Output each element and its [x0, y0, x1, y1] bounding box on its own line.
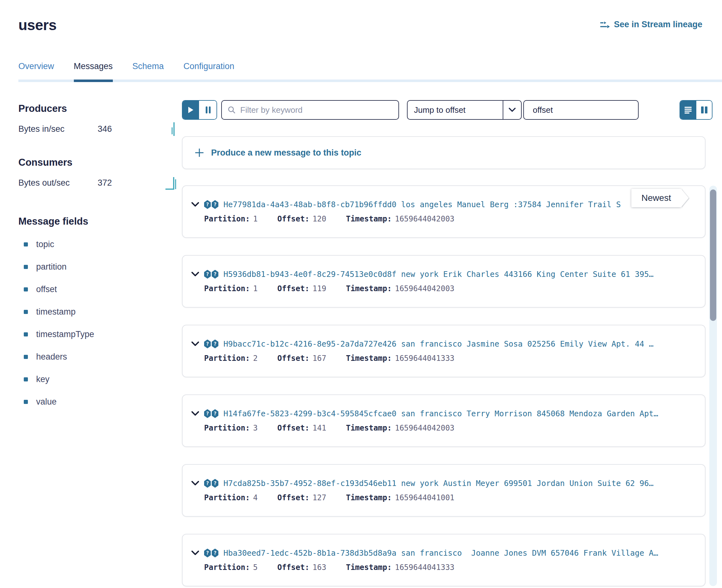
offset-value: 120: [312, 214, 326, 223]
expand-chevron-icon[interactable]: [191, 481, 199, 486]
partition-value: 3: [253, 424, 258, 433]
message-row[interactable]: ? ? H14fa67fe-5823-4299-b3c4-595845cfcae…: [182, 395, 705, 447]
timestamp-value: 1659644042003: [395, 284, 454, 293]
stream-lineage-link[interactable]: See in Stream lineage: [600, 20, 702, 29]
bytes-in-value: 346: [98, 124, 112, 134]
expand-chevron-icon[interactable]: [191, 272, 199, 277]
stream-lineage-icon: [600, 21, 610, 29]
bytes-out-sparkline: [165, 175, 178, 190]
offset-search-input[interactable]: [533, 105, 639, 115]
stream-lineage-label: See in Stream lineage: [614, 20, 702, 29]
offset-value: 163: [312, 563, 326, 572]
partition-value: 5: [253, 563, 258, 572]
message-meta: Partition:1 Offset:120 Timestamp:1659644…: [191, 214, 697, 223]
field-item-partition[interactable]: partition: [18, 256, 182, 278]
produce-message-label: Produce a new message to this topic: [211, 148, 361, 158]
key-type-badges: ? ?: [204, 200, 219, 209]
bytes-out-metric: Bytes out/sec 372: [18, 175, 182, 190]
tab-overview[interactable]: Overview: [18, 61, 54, 80]
message-key-value: H7cda825b-35b7-4952-88ef-c193d546eb11 ne…: [224, 479, 654, 488]
bytes-out-value: 372: [98, 178, 112, 188]
field-bullet-icon: [24, 243, 28, 247]
list-view-button[interactable]: [680, 101, 696, 119]
message-row[interactable]: ? ? Hba30eed7-1edc-452b-8b1a-738d3b5d8a9…: [182, 534, 705, 586]
timestamp-value: 1659644042003: [395, 214, 454, 223]
key-badge-icon: ?: [212, 479, 219, 488]
consumers-heading: Consumers: [18, 156, 182, 169]
field-bullet-icon: [24, 265, 28, 269]
bytes-in-label: Bytes in/sec: [18, 124, 98, 134]
field-item-value[interactable]: value: [18, 391, 182, 413]
partition-value: 4: [253, 493, 258, 502]
field-item-key[interactable]: key: [18, 368, 182, 391]
tab-configuration[interactable]: Configuration: [184, 61, 234, 80]
message-meta: Partition:4 Offset:127 Timestamp:1659644…: [191, 493, 697, 502]
key-type-badges: ? ?: [204, 340, 219, 349]
key-type-badges: ? ?: [204, 479, 219, 488]
newest-tooltip: Newest: [631, 189, 681, 207]
key-badge-icon: ?: [204, 340, 211, 349]
pause-button[interactable]: [200, 101, 216, 119]
bytes-in-sparkline: [170, 122, 178, 136]
expand-chevron-icon[interactable]: [191, 341, 199, 346]
offset-search-field[interactable]: [523, 100, 639, 120]
tab-schema[interactable]: Schema: [132, 61, 164, 80]
scrollbar-thumb[interactable]: [710, 189, 716, 321]
partition-value: 1: [253, 214, 258, 223]
field-bullet-icon: [24, 377, 28, 381]
key-badge-icon: ?: [204, 409, 211, 418]
chevron-down-icon: [503, 108, 521, 112]
message-list-scrollbar[interactable]: [709, 186, 717, 586]
field-item-topic[interactable]: topic: [18, 233, 182, 256]
field-item-timestampType[interactable]: timestampType: [18, 323, 182, 345]
message-meta: Partition:1 Offset:119 Timestamp:1659644…: [191, 284, 697, 293]
tab-messages[interactable]: Messages: [74, 61, 113, 80]
key-badge-icon: ?: [204, 200, 211, 209]
message-row[interactable]: ? ? H7cda825b-35b7-4952-88ef-c193d546eb1…: [182, 464, 705, 517]
message-meta: Partition:2 Offset:167 Timestamp:1659644…: [191, 354, 697, 363]
key-type-badges: ? ?: [204, 409, 219, 418]
message-meta: Partition:5 Offset:163 Timestamp:1659644…: [191, 563, 697, 572]
metrics-sidebar: Producers Bytes in/sec 346 Consumers Byt…: [0, 100, 182, 586]
list-view-icon: [684, 106, 692, 114]
field-item-timestamp[interactable]: timestamp: [18, 301, 182, 323]
expand-chevron-icon[interactable]: [191, 202, 199, 207]
timestamp-value: 1659644041333: [395, 563, 454, 572]
timestamp-value: 1659644041001: [395, 493, 454, 502]
timestamp-value: 1659644041333: [395, 354, 454, 363]
field-bullet-icon: [24, 332, 28, 336]
message-row[interactable]: ? ? H9bacc71c-b12c-4216-8e95-2a7da727e42…: [182, 325, 705, 377]
expand-chevron-icon[interactable]: [191, 551, 199, 555]
column-view-icon: [701, 106, 708, 114]
play-button[interactable]: [183, 101, 200, 119]
view-mode-toggle: [680, 100, 713, 120]
message-meta: Partition:3 Offset:141 Timestamp:1659644…: [191, 424, 697, 433]
message-key-value: He77981da-4a43-48ab-b8f8-cb71b96ffdd0 lo…: [224, 200, 621, 209]
tab-underline-track: [18, 80, 722, 82]
produce-message-button[interactable]: Produce a new message to this topic: [182, 136, 705, 169]
play-icon: [188, 106, 194, 113]
field-bullet-icon: [24, 400, 28, 404]
message-row[interactable]: ? ? H5936db81-b943-4e0f-8c29-74513e0c0d8…: [182, 255, 705, 308]
key-badge-icon: ?: [212, 200, 219, 209]
expand-chevron-icon[interactable]: [191, 411, 199, 416]
key-badge-icon: ?: [204, 549, 211, 558]
offset-value: 127: [312, 493, 326, 502]
jump-to-offset-select[interactable]: Jump to offset: [407, 100, 522, 120]
bytes-in-metric: Bytes in/sec 346: [18, 122, 182, 136]
field-item-headers[interactable]: headers: [18, 345, 182, 368]
key-badge-icon: ?: [204, 270, 211, 279]
message-key-value: H14fa67fe-5823-4299-b3c4-595845cfcae0 sa…: [224, 409, 658, 418]
message-row[interactable]: ? ? He77981da-4a43-48ab-b8f8-cb71b96ffdd…: [182, 185, 705, 238]
message-key-value: H5936db81-b943-4e0f-8c29-74513e0c0d8f ne…: [224, 270, 654, 279]
offset-value: 141: [312, 424, 326, 433]
field-item-offset[interactable]: offset: [18, 278, 182, 301]
jump-to-offset-value: Jump to offset: [408, 105, 503, 115]
message-key-value: H9bacc71c-b12c-4216-8e95-2a7da727e426 sa…: [224, 339, 654, 349]
filter-keyword-field[interactable]: [221, 100, 399, 120]
key-type-badges: ? ?: [204, 549, 219, 558]
timestamp-value: 1659644042003: [395, 424, 454, 433]
key-badge-icon: ?: [204, 479, 211, 488]
column-view-button[interactable]: [696, 101, 712, 119]
filter-keyword-input[interactable]: [240, 105, 393, 115]
